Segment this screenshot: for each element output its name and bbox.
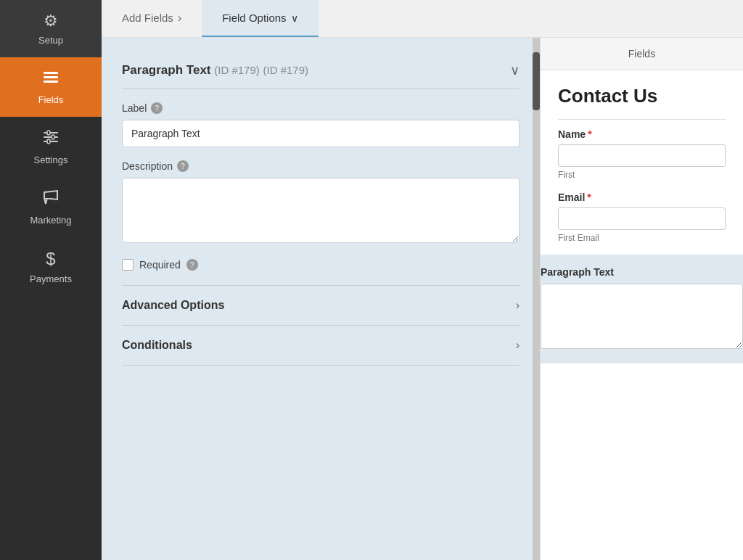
tab-add-fields-label: Add Fields	[122, 12, 173, 24]
email-label-text: Email	[558, 192, 585, 203]
tab-add-fields-arrow: ›	[178, 12, 181, 25]
email-input[interactable]	[558, 207, 726, 230]
preview-body: Contact Us Name * First Email *	[541, 70, 743, 269]
name-input[interactable]	[558, 144, 726, 167]
scrollbar-thumb[interactable]	[533, 52, 540, 110]
settings-icon	[42, 128, 59, 150]
paragraph-section: Paragraph Text	[540, 255, 743, 363]
sidebar-item-setup-label: Setup	[38, 35, 63, 46]
label-field-label: Label ?	[122, 102, 520, 114]
required-checkbox[interactable]	[122, 259, 134, 271]
name-required-star: *	[588, 128, 591, 140]
label-help-icon[interactable]: ?	[151, 102, 163, 114]
main-area: Add Fields › Field Options ∨ Paragraph T…	[102, 0, 743, 560]
svg-rect-8	[47, 139, 50, 144]
field-name: Paragraph Text	[122, 63, 211, 77]
field-editor-panel: Paragraph Text (ID #179) (ID #179) ∨ Lab…	[102, 38, 540, 560]
field-header[interactable]: Paragraph Text (ID #179) (ID #179) ∨	[122, 52, 520, 89]
preview-header-label: Fields	[628, 48, 655, 59]
name-sublabel: First	[558, 170, 726, 180]
label-text: Label	[122, 102, 147, 114]
svg-rect-1	[44, 76, 58, 78]
field-header-chevron-icon: ∨	[510, 62, 520, 78]
svg-rect-0	[44, 72, 58, 74]
paragraph-section-label: Paragraph Text	[541, 266, 743, 278]
description-row: Description ?	[122, 160, 520, 246]
description-textarea[interactable]	[122, 178, 520, 243]
label-row: Label ?	[122, 102, 520, 147]
conditionals-chevron-icon: ›	[516, 339, 520, 352]
tab-field-options-label: Field Options	[222, 12, 286, 24]
field-section: Paragraph Text (ID #179) (ID #179) ∨ Lab…	[102, 38, 540, 380]
svg-rect-5	[44, 141, 58, 142]
email-field-label: Email *	[558, 192, 726, 203]
sidebar-item-fields[interactable]: Fields	[0, 57, 102, 117]
tab-field-options-chevron: ∨	[291, 12, 298, 24]
svg-marker-9	[44, 191, 57, 199]
sidebar-item-setup[interactable]: ⚙ Setup	[0, 0, 102, 57]
sidebar-item-settings-label: Settings	[34, 155, 68, 165]
required-label: Required	[139, 259, 181, 271]
conditionals-label: Conditionals	[122, 339, 192, 352]
field-id-value: (ID #179)	[263, 64, 309, 76]
svg-rect-6	[47, 131, 50, 135]
preview-panel: Fields Contact Us Name * First	[540, 38, 743, 560]
tabs-header: Add Fields › Field Options ∨	[102, 0, 743, 38]
preview-header: Fields	[541, 38, 743, 70]
sidebar-item-payments[interactable]: $ Payments	[0, 237, 102, 296]
paragraph-textarea[interactable]	[541, 284, 743, 349]
payments-icon: $	[46, 249, 55, 269]
required-help-icon[interactable]: ?	[186, 259, 198, 271]
first-email-sublabel: First Email	[558, 233, 726, 243]
preview-title-divider	[558, 119, 726, 120]
advanced-options-label: Advanced Options	[122, 299, 224, 312]
gear-icon: ⚙	[44, 12, 58, 30]
sidebar: ⚙ Setup Fields Settings Marketing $ Paym…	[0, 0, 102, 560]
scrollbar-track[interactable]	[533, 38, 540, 560]
marketing-icon	[42, 189, 59, 210]
required-row: Required ?	[122, 259, 520, 271]
email-field-group: Email * First Email	[558, 192, 726, 243]
svg-rect-7	[52, 135, 54, 139]
email-required-star: *	[587, 192, 591, 203]
content-area: Paragraph Text (ID #179) (ID #179) ∨ Lab…	[102, 38, 743, 560]
tab-add-fields[interactable]: Add Fields ›	[102, 0, 202, 37]
sidebar-item-marketing[interactable]: Marketing	[0, 177, 102, 237]
sidebar-item-settings[interactable]: Settings	[0, 117, 102, 177]
advanced-options-chevron-icon: ›	[516, 299, 520, 312]
description-field-label: Description ?	[122, 160, 520, 172]
svg-rect-4	[44, 136, 58, 138]
sidebar-item-payments-label: Payments	[30, 273, 72, 284]
sidebar-item-fields-label: Fields	[38, 94, 64, 105]
field-header-title: Paragraph Text (ID #179) (ID #179)	[122, 63, 308, 78]
svg-rect-3	[44, 132, 58, 133]
svg-rect-2	[44, 81, 58, 83]
conditionals-row[interactable]: Conditionals ›	[122, 326, 520, 366]
description-text: Description	[122, 160, 173, 172]
label-input[interactable]	[122, 120, 520, 147]
description-help-icon[interactable]: ?	[177, 160, 189, 172]
field-id: (ID #179)	[214, 64, 260, 76]
tab-field-options[interactable]: Field Options ∨	[202, 0, 318, 37]
name-label-text: Name	[558, 128, 586, 140]
fields-icon	[42, 69, 59, 90]
name-field-label: Name *	[558, 128, 726, 140]
advanced-options-row[interactable]: Advanced Options ›	[122, 286, 520, 326]
sidebar-item-marketing-label: Marketing	[30, 215, 71, 226]
form-title: Contact Us	[558, 85, 726, 107]
name-field-group: Name * First	[558, 128, 726, 180]
